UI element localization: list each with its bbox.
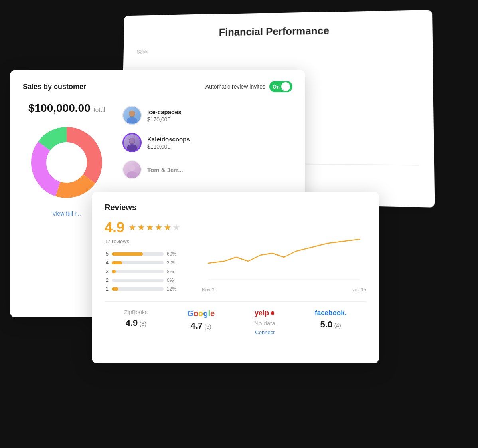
financial-title: Financial Performance <box>137 23 417 40</box>
facebook-rating-row: 5.0 (4) <box>320 319 341 330</box>
customer-amount-2: $110,000 <box>147 143 190 150</box>
google-e: e <box>210 309 215 318</box>
view-full-link[interactable]: View full r... <box>52 210 81 217</box>
review-invites-label: Automatic review invites <box>205 83 265 90</box>
zipbooks-rating: 4.9 <box>126 318 138 328</box>
reviews-footer: ZipBooks 4.9 (8) Google 4.7 (5) yelp ✸ N… <box>105 301 366 335</box>
customer-avatar-3 <box>122 160 142 179</box>
yelp-nodata-text: No data <box>254 320 275 327</box>
customer-info-3: Tom & Jerr... <box>147 167 183 173</box>
facebook-count: (4) <box>334 322 341 329</box>
rating-bar-fill <box>112 261 122 264</box>
customer-item-2: Kaleidoscoops $110,000 <box>122 133 292 152</box>
customer-amount-1: $170,000 <box>147 116 182 123</box>
google-count: (5) <box>205 323 211 330</box>
rating-bar-pct: 12% <box>167 286 178 292</box>
sales-title: Sales by customer <box>23 83 86 91</box>
customer-avatar-1 <box>122 106 142 125</box>
rating-bars: 5 60% 4 20% 3 8% 2 0% 1 <box>105 251 192 292</box>
donut-svg <box>27 123 107 202</box>
star-1: ★ <box>128 222 136 233</box>
rating-row-label: 3 <box>105 268 109 274</box>
toggle-knob <box>281 82 290 91</box>
total-sub: total <box>94 106 105 113</box>
sparkline-labels: Nov 3 Nov 15 <box>202 287 366 293</box>
rating-row: 3 8% <box>105 268 192 274</box>
customer-name-2: Kaleidoscoops <box>147 136 190 143</box>
rating-row: 4 20% <box>105 260 192 266</box>
rating-row: 5 60% <box>105 251 192 257</box>
google-g: G <box>187 309 194 318</box>
google-g2: g <box>203 309 208 318</box>
google-rating: 4.7 <box>191 321 203 331</box>
review-count: 17 reviews <box>105 238 192 244</box>
rating-number: 4.9 <box>105 219 124 236</box>
customer-item: Ice-capades $170,000 <box>122 106 292 125</box>
customer-name-3: Tom & Jerr... <box>147 167 183 173</box>
star-half: ★ <box>172 222 180 233</box>
rating-bar-bg <box>112 270 164 273</box>
google-o1: o <box>194 309 198 318</box>
donut-chart <box>27 123 107 202</box>
rating-bar-pct: 60% <box>167 251 178 257</box>
google-rating-row: 4.7 (5) <box>191 321 211 331</box>
stars: ★ ★ ★ ★ ★ ★ <box>128 222 180 233</box>
yelp-connect-link[interactable]: Connect <box>255 329 274 335</box>
total-amount: $100,000.00 <box>28 102 91 115</box>
rating-row-label: 2 <box>105 277 109 283</box>
yelp-text: yelp <box>255 309 269 317</box>
star-3: ★ <box>146 222 154 233</box>
source-google: Google 4.7 (5) <box>187 309 215 335</box>
reviews-left: 4.9 ★ ★ ★ ★ ★ ★ 17 reviews 5 60% 4 <box>105 219 192 293</box>
rating-bar-fill <box>112 287 118 291</box>
zipbooks-count: (8) <box>140 321 146 327</box>
star-2: ★ <box>137 222 145 233</box>
source-yelp: yelp ✸ No data Connect <box>254 309 275 335</box>
rating-row-label: 1 <box>105 286 109 292</box>
svg-point-6 <box>127 117 137 123</box>
svg-point-10 <box>129 138 135 143</box>
chart-y-label: $25k <box>137 46 417 55</box>
star-4: ★ <box>155 222 163 233</box>
svg-point-11 <box>129 165 135 171</box>
review-invites-toggle[interactable]: On <box>269 81 292 92</box>
rating-bar-bg <box>112 279 164 282</box>
svg-point-9 <box>127 144 137 151</box>
chart-from-label: Nov 3 <box>202 287 214 293</box>
source-zipbooks: ZipBooks 4.9 (8) <box>124 309 148 335</box>
source-facebook: facebook. 5.0 (4) <box>315 309 346 335</box>
rating-bar-bg <box>112 252 164 256</box>
rating-bar-bg <box>112 261 164 264</box>
star-5: ★ <box>164 222 172 233</box>
rating-bar-pct: 8% <box>167 269 178 274</box>
rating-bar-fill <box>112 270 116 273</box>
rating-big: 4.9 ★ ★ ★ ★ ★ ★ <box>105 219 192 236</box>
reviews-right: Nov 3 Nov 15 <box>202 219 366 293</box>
customer-name-1: Ice-capades <box>147 109 182 115</box>
svg-point-12 <box>127 171 137 178</box>
rating-bar-fill <box>112 252 143 256</box>
toggle-label: On <box>273 84 280 90</box>
rating-row-label: 5 <box>105 251 109 257</box>
facebook-rating: 5.0 <box>320 319 333 329</box>
yelp-logo: yelp ✸ <box>255 309 275 317</box>
svg-point-4 <box>47 143 87 182</box>
reviews-body: 4.9 ★ ★ ★ ★ ★ ★ 17 reviews 5 60% 4 <box>105 219 366 293</box>
rating-row: 1 12% <box>105 286 192 292</box>
customer-item-3: Tom & Jerr... <box>122 160 292 179</box>
google-logo: Google <box>187 309 215 318</box>
zipbooks-name: ZipBooks <box>124 309 148 315</box>
google-o2: o <box>198 309 203 318</box>
facebook-text: facebook. <box>315 309 346 317</box>
rating-bar-bg <box>112 287 164 291</box>
reviews-card: Reviews 4.9 ★ ★ ★ ★ ★ ★ 17 reviews 5 <box>92 192 379 363</box>
rating-bar-pct: 20% <box>167 260 178 266</box>
customer-avatar-2 <box>122 133 142 152</box>
customer-info-2: Kaleidoscoops $110,000 <box>147 136 190 150</box>
yelp-burst: ✸ <box>270 309 275 317</box>
customer-info-1: Ice-capades $170,000 <box>147 109 182 123</box>
zipbooks-rating-row: 4.9 (8) <box>126 318 146 328</box>
yelp-nodata: No data <box>254 320 275 327</box>
sales-header: Sales by customer Automatic review invit… <box>23 81 292 92</box>
svg-point-7 <box>129 111 135 116</box>
